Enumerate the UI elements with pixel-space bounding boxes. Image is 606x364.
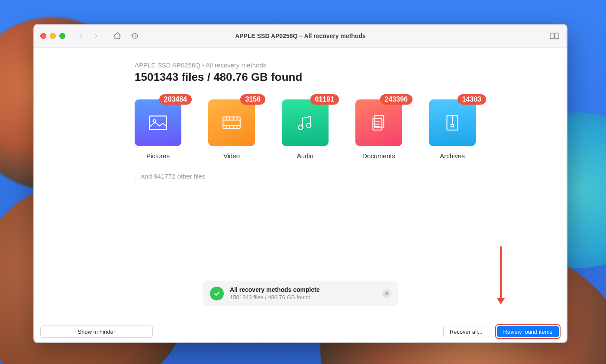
category-label: Pictures <box>146 152 170 160</box>
video-icon <box>208 99 255 146</box>
category-label: Archives <box>440 152 465 160</box>
category-documents[interactable]: 243396 Documents <box>355 99 402 160</box>
category-archives[interactable]: 14303 Archives <box>429 99 476 160</box>
pictures-icon <box>135 99 181 146</box>
svg-rect-25 <box>451 125 454 127</box>
review-found-items-button[interactable]: Review found items <box>497 326 559 337</box>
archives-icon <box>429 99 476 146</box>
count-badge: 243396 <box>380 94 413 105</box>
count-badge: 203484 <box>159 94 192 105</box>
sidebar-toggle-button[interactable] <box>548 30 561 42</box>
zoom-window-button[interactable] <box>59 33 65 39</box>
status-banner: All recovery methods complete 1501343 fi… <box>203 281 398 306</box>
history-button[interactable] <box>129 30 141 42</box>
forward-button[interactable] <box>90 30 102 42</box>
svg-rect-1 <box>550 33 554 39</box>
results-headline: 1501343 files / 480.76 GB found <box>135 70 466 84</box>
minimize-window-button[interactable] <box>50 33 56 39</box>
toolbar: APPLE SSD AP0256Q – All recovery methods <box>34 25 567 48</box>
status-text: All recovery methods complete 1501343 fi… <box>230 286 382 300</box>
category-audio[interactable]: 61191 Audio <box>282 99 329 160</box>
count-badge: 61191 <box>310 94 339 105</box>
close-window-button[interactable] <box>40 33 46 39</box>
category-video[interactable]: 3156 Video <box>208 99 255 160</box>
show-in-finder-button[interactable]: Show in Finder <box>40 326 153 338</box>
category-label: Documents <box>362 152 395 160</box>
audio-icon <box>282 99 329 146</box>
svg-rect-5 <box>223 117 240 128</box>
category-row: 203484 Pictures 3156 Video 61191 Audio <box>135 99 466 160</box>
window-controls <box>40 33 65 39</box>
count-badge: 14303 <box>458 94 487 105</box>
category-pictures[interactable]: 203484 Pictures <box>135 99 181 160</box>
status-subtitle: 1501343 files / 480.76 GB found <box>230 294 382 300</box>
category-label: Audio <box>297 152 313 160</box>
nav-arrows <box>75 30 102 42</box>
annotation-arrow <box>500 246 502 303</box>
dismiss-status-button[interactable] <box>382 289 391 298</box>
home-button[interactable] <box>111 30 123 42</box>
svg-rect-3 <box>149 116 167 129</box>
svg-point-16 <box>298 125 303 129</box>
other-files-note: …and 941772 other files <box>135 172 466 180</box>
recover-all-button[interactable]: Recover all... <box>443 326 489 337</box>
check-icon <box>210 287 224 300</box>
app-window: APPLE SSD AP0256Q – All recovery methods… <box>33 24 567 343</box>
back-button[interactable] <box>75 30 87 42</box>
status-title: All recovery methods complete <box>230 286 382 293</box>
documents-icon <box>355 99 402 146</box>
scan-source-label: APPLE SSD AP0256Q - All recovery methods <box>135 61 466 69</box>
bottom-bar: Show in Finder Recover all... Review fou… <box>34 321 567 342</box>
category-label: Video <box>223 152 240 160</box>
count-badge: 3156 <box>240 94 265 105</box>
svg-rect-2 <box>555 33 559 39</box>
annotation-highlight: Review found items <box>495 324 561 339</box>
